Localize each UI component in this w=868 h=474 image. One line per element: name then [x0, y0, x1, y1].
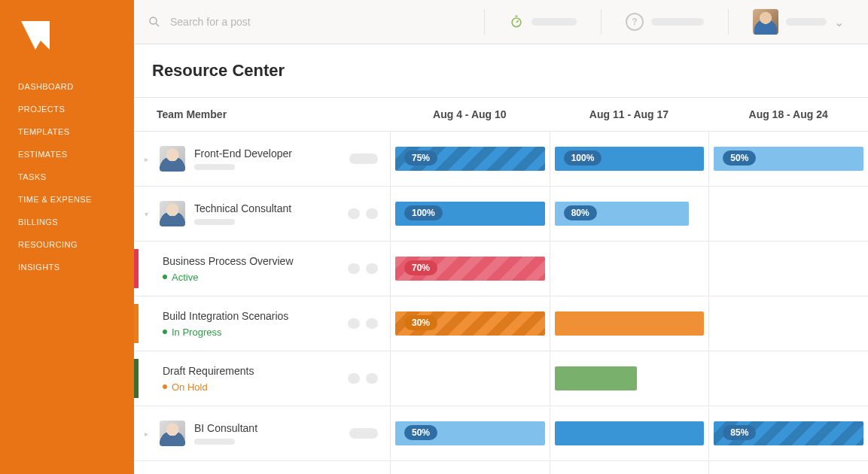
timeline-cell: 50%	[708, 132, 868, 186]
timeline-cell	[550, 296, 709, 351]
task-name-cell[interactable]: Draft RequirementsOn Hold	[134, 351, 390, 406]
allocation-bar[interactable]: 100%	[555, 147, 705, 171]
placeholder-pill	[366, 263, 378, 274]
timeline-cell: 70%	[390, 242, 550, 296]
placeholder-pill	[366, 208, 378, 219]
accent-bar	[134, 304, 139, 343]
accent-bar	[134, 359, 139, 398]
col-head-week-3: Aug 18 - Aug 24	[708, 98, 868, 131]
sidebar-item-time[interactable]: TIME & EXPENSE	[0, 188, 134, 211]
col-head-week-2: Aug 11 - Aug 17	[550, 98, 709, 131]
allocation-bar[interactable]: 80%	[555, 202, 690, 226]
status: On Hold	[163, 381, 339, 393]
timeline-cell	[550, 351, 709, 406]
task-name-cell[interactable]: Business Process OverviewActive	[134, 242, 390, 296]
allocation-bar[interactable]: 30%	[395, 311, 545, 336]
allocation-bar[interactable]	[555, 311, 705, 336]
sidebar-item-billings[interactable]: BILLINGS	[0, 211, 134, 233]
name-lines: Technical Consultant	[194, 202, 339, 225]
task-name-cell[interactable]: Build Integration ScenariosIn Progress	[134, 296, 390, 351]
member-name-cell[interactable]: ▸Front-End Developer	[134, 132, 390, 186]
sidebar-item-estimates[interactable]: ESTIMATES	[0, 143, 134, 166]
sidebar-item-dashboard[interactable]: DASHBOARD	[0, 75, 134, 98]
timeline-cell	[708, 296, 868, 351]
col-head-week-1: Aug 4 - Aug 10	[390, 98, 550, 131]
sidebar-item-tasks[interactable]: TASKS	[0, 166, 134, 188]
search-input[interactable]	[169, 15, 367, 29]
status-text: Active	[172, 272, 198, 283]
timeline-cell: 85%	[708, 406, 868, 460]
allocation-bar[interactable]	[555, 366, 637, 390]
row-actions	[349, 428, 378, 439]
utilization-badge: 50%	[404, 425, 437, 440]
sidebar-item-insights[interactable]: INSIGHTS	[0, 256, 134, 278]
allocation-bar[interactable]: 85%	[714, 421, 863, 445]
member-name-cell[interactable]: ▾Technical Consultant	[134, 187, 390, 241]
grid-body: ▸Front-End Developer75%100%50%▾Technical…	[134, 132, 868, 474]
sidebar-item-resourcing[interactable]: RESOURCING	[0, 233, 134, 256]
placeholder-pill	[348, 373, 360, 384]
sidebar-item-projects[interactable]: PROJECTS	[0, 98, 134, 120]
row-actions	[348, 263, 378, 274]
timer-chunk[interactable]	[498, 14, 587, 29]
help-icon: ?	[626, 13, 644, 31]
chevron-down-icon: ⌄	[834, 15, 844, 29]
help-chunk[interactable]: ?	[615, 13, 714, 31]
timeline-cell: 50%	[390, 406, 550, 460]
avatar	[160, 146, 185, 172]
resource-row: Business Process OverviewActive70%	[134, 242, 868, 296]
allocation-bar[interactable]: 75%	[395, 147, 545, 171]
utilization-badge: 100%	[404, 205, 443, 220]
name-lines: Business Process OverviewActive	[163, 255, 339, 283]
row-actions	[348, 373, 378, 384]
placeholder-pill	[651, 18, 704, 26]
chevron-right-icon[interactable]: ▸	[142, 430, 151, 438]
member-name: BI Consultant	[194, 422, 340, 434]
timeline-cell	[550, 242, 709, 296]
search	[148, 15, 471, 29]
name-lines: Build Integration ScenariosIn Progress	[163, 310, 339, 338]
task-name: Build Integration Scenarios	[163, 310, 339, 322]
avatar	[160, 421, 185, 446]
row-actions	[348, 318, 378, 329]
row-actions	[348, 208, 378, 219]
resource-row: ▸BI Consultant50%85%	[134, 406, 868, 461]
svg-line-1	[156, 23, 159, 26]
grid-head: Team Member Aug 4 - Aug 10 Aug 11 - Aug …	[134, 98, 868, 132]
member-name-cell[interactable]: ▸BI Consultant	[134, 406, 390, 460]
allocation-bar[interactable]: 70%	[395, 257, 545, 281]
placeholder-pill	[366, 318, 378, 329]
timeline-cell	[708, 242, 868, 296]
avatar	[160, 201, 185, 226]
member-name: Front-End Developer	[194, 147, 340, 160]
placeholder-pill	[194, 164, 235, 170]
chevron-down-icon[interactable]: ▾	[142, 210, 151, 218]
placeholder-pill	[348, 263, 360, 274]
utilization-badge: 85%	[723, 425, 756, 440]
allocation-bar[interactable]	[555, 421, 705, 445]
utilization-badge: 70%	[404, 260, 437, 275]
allocation-bar[interactable]: 50%	[714, 147, 863, 171]
resource-row: ▸QA Analyst100%	[134, 461, 868, 474]
account-chunk[interactable]: ⌄	[742, 9, 854, 35]
brand-logo	[18, 18, 53, 53]
sidebar-item-templates[interactable]: TEMPLATES	[0, 120, 134, 143]
member-name: Technical Consultant	[194, 202, 339, 214]
timeline-cell	[708, 187, 868, 241]
member-name-cell[interactable]: ▸QA Analyst	[134, 461, 390, 474]
status: In Progress	[163, 327, 339, 338]
main: ? ⌄ Resource Center Team Member Aug 4 - …	[134, 0, 868, 474]
sidebar: DASHBOARD PROJECTS TEMPLATES ESTIMATES T…	[0, 0, 134, 474]
placeholder-pill	[348, 208, 360, 219]
task-name: Draft Requirements	[163, 365, 339, 377]
status-text: In Progress	[172, 327, 221, 338]
allocation-bar[interactable]: 100%	[395, 202, 545, 226]
placeholder-pill	[349, 153, 378, 164]
placeholder-pill	[786, 18, 827, 26]
allocation-bar[interactable]: 50%	[395, 421, 545, 445]
placeholder-pill	[349, 428, 378, 439]
avatar	[753, 9, 778, 35]
chevron-right-icon[interactable]: ▸	[142, 155, 151, 163]
timeline-cell: 100%	[390, 187, 550, 241]
resource-row: Build Integration ScenariosIn Progress30…	[134, 296, 868, 351]
